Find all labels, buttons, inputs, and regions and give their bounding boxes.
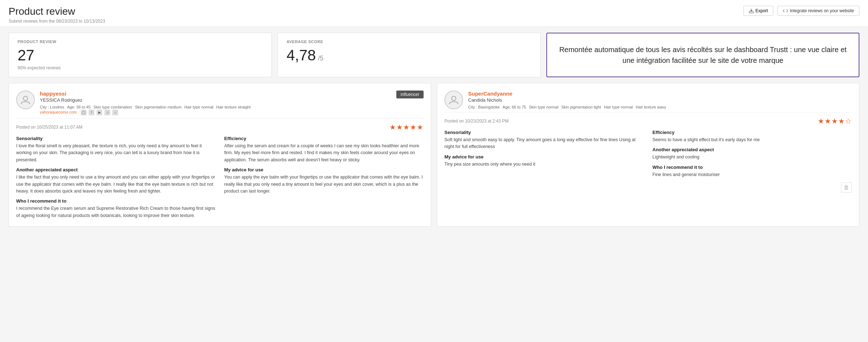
section-text: Soft light and smooth easy to apply. Tin… [444,137,644,151]
product-review-card: PRODUCT REVIEW 27 90% expected reviews [9,33,272,77]
reviewer-header: happyessi YESSICA Rodriguez City : Londr… [16,91,424,115]
age: Age: 66 to 75 [503,105,526,109]
section-text: You can apply the eye balm with your fin… [224,174,424,195]
tiktok-icon[interactable]: ♫ [104,110,110,115]
review-columns: Sensoriality I love the floral smell is … [16,136,424,219]
product-review-sub: 90% expected reviews [18,65,263,70]
hair-texture: Hair texture wavy [636,105,666,109]
user-icon [20,94,31,105]
average-score-value: 4,78 /5 [286,47,532,64]
review-left-column: Sensoriality Soft light and smooth easy … [444,130,644,178]
section-text: Seems to have a slight effect but it's e… [653,137,852,143]
city: City : Londres [40,105,64,109]
section-text: Fine lines and general moisturiser [653,171,852,178]
header-actions: Export Integrate reviews on your website [743,6,859,16]
review-right-column: Efficiency Seems to have a slight effect… [653,130,852,178]
skin-type: Skin type normal [529,105,559,109]
export-icon [749,8,754,13]
code-icon [783,8,788,13]
social-icons: ◯ f ▶ ♫ ○ [81,110,118,115]
section-title: Efficiency [224,136,424,141]
average-score-main: 4,78 [286,47,316,64]
review-date: Posted on 10/23/2023 at 2:43 PM [444,119,509,124]
stats-row: PRODUCT REVIEW 27 90% expected reviews A… [0,27,868,83]
page-header: Product review Submit reviews from the 0… [0,0,868,27]
review-card-1: SuperCandyanne Candida Nichols City : Ba… [437,83,859,227]
section-title: Efficiency [653,130,852,135]
page-title: Product review [9,6,105,17]
reviewer-realname: YESSICA Rodriguez [40,97,391,103]
reviewer-meta: City : Basingstoke Age: 66 to 75 Skin ty… [468,105,852,109]
section-title: Sensoriality [16,136,216,141]
review-right-column: Efficiency After using the serum and cre… [224,136,424,219]
header-left: Product review Submit reviews from the 0… [9,6,105,24]
review-date-row: Posted on 10/25/2023 at 11:07 AM ★★★★★ [16,118,424,131]
review-date-row: Posted on 10/23/2023 at 2:43 PM ★★★★☆ [444,112,852,125]
product-review-label: PRODUCT REVIEW [18,40,263,44]
skin-pigmentation: Skin pigmentation light [561,105,601,109]
section-text: I love the floral smell is very pleasant… [16,143,216,163]
section-title: My advice for use [224,167,424,172]
delete-button-row: 🗑 [444,182,852,193]
product-review-count: 27 [18,47,263,64]
avatar [16,91,35,109]
avatar [444,91,463,109]
delete-icon[interactable]: 🗑 [841,182,852,193]
reviews-area: happyessi YESSICA Rodriguez City : Londr… [0,83,868,235]
reviewer-website-row: yahoraquecomo.com ◯ f ▶ ♫ ○ [40,109,391,115]
hair-texture: Hair texture straight [216,105,251,109]
facebook-icon[interactable]: f [89,110,94,115]
average-score-card: AVERAGE SCORE 4,78 /5 [277,33,541,77]
section-text: Lightweight and cooling [653,154,852,161]
average-score-denom: /5 [318,55,323,62]
review-card-0: happyessi YESSICA Rodriguez City : Londr… [9,83,431,227]
section-title: Who I recommend it to [653,165,852,170]
section-text: I recommend the Eye cream serum and Supr… [16,205,216,219]
svg-point-2 [23,96,28,101]
section-text: After using the serum and cream for a co… [224,143,424,163]
tooltip-box: Remontée automatique de tous les avis ré… [546,33,859,77]
tooltip-text: Remontée automatique de tous les avis ré… [556,44,850,66]
reviewer-info: happyessi YESSICA Rodriguez City : Londr… [40,91,391,115]
section-text: Tiny pea size amounts only where you nee… [444,161,644,168]
star-rating: ★★★★☆ [818,117,852,125]
influencer-badge: influencer [396,91,424,98]
section-title: Another appreciated aspect [653,147,852,152]
hair-type: Hair type normal [604,105,633,109]
reviewer-meta: City : Londres Age: 36 to 45 Skin type c… [40,105,391,109]
city: City : Basingstoke [468,105,500,109]
user-icon [448,94,459,105]
reviewer-username: happyessi [40,91,391,97]
instagram-icon[interactable]: ◯ [81,110,87,115]
reviewer-username: SuperCandyanne [468,91,852,97]
section-title: My advice for use [444,154,644,160]
integrate-button[interactable]: Integrate reviews on your website [778,6,859,16]
reviewer-website[interactable]: yahoraquecomo.com [40,110,77,114]
average-score-label: AVERAGE SCORE [286,40,532,44]
svg-point-3 [452,96,456,101]
section-text: I like the fact that you only need to us… [16,174,216,195]
section-title: Sensoriality [444,130,644,135]
section-title: Who I recommend it to [16,198,216,204]
section-title: Another appreciated aspect [16,167,216,172]
age: Age: 36 to 45 [67,105,90,109]
web-icon[interactable]: ○ [112,110,118,115]
skin-type: Skin type combination [93,105,132,109]
star-rating: ★★★★★ [389,123,424,131]
youtube-icon[interactable]: ▶ [97,110,102,115]
reviewer-header: SuperCandyanne Candida Nichols City : Ba… [444,91,852,109]
export-button[interactable]: Export [743,6,774,16]
reviewer-realname: Candida Nichols [468,97,852,103]
hair-type: Hair type normal [185,105,214,109]
svg-rect-0 [749,11,753,13]
review-columns: Sensoriality Soft light and smooth easy … [444,130,852,178]
review-left-column: Sensoriality I love the floral smell is … [16,136,216,219]
review-date: Posted on 10/25/2023 at 11:07 AM [16,125,83,130]
page-subtitle: Submit reviews from the 08/23/2023 to 10… [9,19,105,24]
reviewer-info: SuperCandyanne Candida Nichols City : Ba… [468,91,852,109]
skin-pigmentation: Skin pigmentation medium [135,105,182,109]
